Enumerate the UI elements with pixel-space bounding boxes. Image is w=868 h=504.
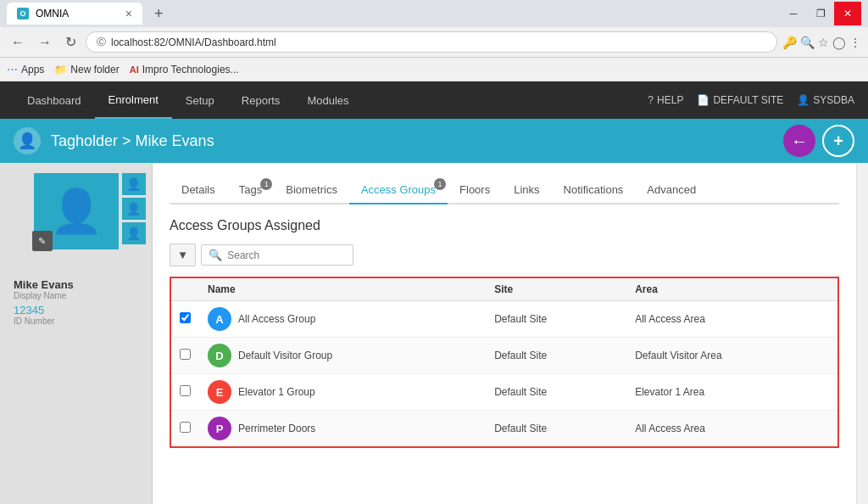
bookmark-impro[interactable]: AI Impro Technologies...: [130, 64, 239, 76]
impro-label: Impro Technologies...: [142, 64, 239, 76]
minimize-btn[interactable]: ─: [780, 2, 807, 25]
tab-advanced[interactable]: Advanced: [635, 176, 708, 203]
nav-reports[interactable]: Reports: [228, 81, 294, 119]
row-name: Default Visitor Group: [238, 350, 332, 361]
col-name: Name: [199, 277, 486, 301]
help-item[interactable]: ? HELP: [648, 94, 683, 106]
nav-dashboard[interactable]: Dashboard: [14, 81, 95, 119]
row-checkbox[interactable]: [180, 349, 191, 360]
col-check: [170, 277, 199, 301]
main-area: 👤 ✎ 👤 👤 👤 Mike Evans Display Name 12345 …: [0, 163, 868, 504]
tab-favicon: O: [17, 8, 29, 20]
reload-btn[interactable]: ↻: [61, 32, 81, 52]
row-checkbox-cell[interactable]: [170, 338, 199, 374]
tab-title: OMNIA: [36, 8, 69, 20]
breadcrumb-child: Mike Evans: [136, 132, 214, 149]
tab-notifications[interactable]: Notifications: [552, 176, 636, 203]
table-row: P Perrimeter Doors Default Site All Acce…: [170, 411, 838, 448]
profile-photo: 👤 ✎ 👤 👤 👤: [34, 173, 119, 249]
photo-thumbs: 👤 👤 👤: [122, 173, 146, 244]
user-breadcrumb: Tagholder > Mike Evans: [51, 132, 214, 150]
row-area: Elevator 1 Area: [626, 374, 838, 411]
tab-floors[interactable]: Floors: [448, 176, 502, 203]
close-btn[interactable]: ✕: [834, 2, 861, 25]
profile-name: Mike Evans: [14, 278, 138, 291]
app-header: Dashboard Enrolment Setup Reports Module…: [0, 81, 868, 119]
row-name-cell: P Perrimeter Doors: [199, 411, 486, 448]
restore-btn[interactable]: ❐: [807, 2, 834, 25]
row-site: Default Site: [486, 301, 626, 338]
help-label: HELP: [657, 94, 683, 106]
profile-info: Mike Evans Display Name 12345 ID Number: [10, 278, 142, 326]
nav-enrolment[interactable]: Enrolment: [95, 81, 172, 119]
address-box[interactable]: Ⓒ localhost:82/OMNIA/Dashboard.html: [86, 31, 777, 53]
new-tab-btn[interactable]: +: [146, 2, 172, 26]
zoom-icon[interactable]: 🔍: [800, 36, 815, 49]
row-checkbox-cell[interactable]: [170, 411, 199, 448]
table-row: E Elevator 1 Group Default Site Elevator…: [170, 374, 838, 411]
search-input-wrap: 🔍: [201, 244, 353, 266]
row-checkbox-cell[interactable]: [170, 374, 199, 411]
search-icon: 🔍: [209, 249, 222, 261]
id-number-label: ID Number: [14, 316, 138, 326]
name-with-avatar: E Elevator 1 Group: [208, 380, 477, 404]
site-item[interactable]: 📄 DEFAULT SITE: [697, 94, 783, 106]
float-buttons: ← +: [783, 125, 854, 157]
account-icon[interactable]: ◯: [832, 36, 846, 49]
address-text: localhost:82/OMNIA/Dashboard.html: [111, 36, 276, 48]
display-name-label: Display Name: [14, 291, 138, 300]
lock-icon: Ⓒ: [97, 36, 106, 48]
add-btn[interactable]: +: [822, 125, 854, 157]
right-scrollbar[interactable]: [856, 163, 868, 504]
user-icon: 👤: [797, 94, 810, 106]
row-checkbox[interactable]: [180, 422, 191, 433]
forward-nav-btn[interactable]: →: [34, 33, 56, 52]
menu-icon[interactable]: ⋮: [849, 36, 861, 49]
address-bar: ← → ↻ Ⓒ localhost:82/OMNIA/Dashboard.htm…: [0, 27, 868, 58]
name-with-avatar: A All Access Group: [208, 307, 477, 331]
browser-tab[interactable]: O OMNIA ×: [7, 3, 142, 25]
table-row: D Default Visitor Group Default Site Def…: [170, 338, 838, 374]
row-checkbox[interactable]: [180, 385, 191, 396]
thumb-1[interactable]: 👤: [122, 173, 146, 195]
filter-btn[interactable]: ▼: [170, 244, 196, 266]
col-area: Area: [626, 277, 838, 301]
row-name: Perrimeter Doors: [238, 423, 315, 434]
row-name-cell: E Elevator 1 Group: [199, 374, 486, 411]
user-item[interactable]: 👤 SYSDBA: [797, 94, 854, 106]
row-checkbox[interactable]: [180, 312, 191, 323]
tab-biometrics[interactable]: Biometrics: [274, 176, 349, 203]
browser-titlebar: O OMNIA × + ─ ❐ ✕: [0, 0, 868, 27]
bookmark-new-folder[interactable]: 📁 New folder: [54, 64, 119, 76]
row-area: All Access Area: [626, 301, 838, 338]
row-name-cell: D Default Visitor Group: [199, 338, 486, 374]
breadcrumb-parent[interactable]: Tagholder: [51, 132, 118, 149]
edit-photo-btn[interactable]: ✎: [32, 231, 53, 251]
thumb-3[interactable]: 👤: [122, 222, 146, 244]
person-icon: 👤: [50, 187, 103, 236]
row-checkbox-cell[interactable]: [170, 301, 199, 338]
row-avatar: D: [208, 344, 231, 367]
row-avatar: P: [208, 417, 231, 440]
name-with-avatar: D Default Visitor Group: [208, 344, 477, 367]
back-nav-btn[interactable]: ←: [7, 33, 29, 52]
search-input[interactable]: [227, 249, 346, 261]
nav-modules[interactable]: Modules: [293, 81, 362, 119]
key-icon[interactable]: 🔑: [782, 36, 797, 49]
back-btn[interactable]: ←: [783, 125, 815, 157]
tabs: Details Tags 1 Biometrics Access Groups …: [170, 176, 839, 204]
tab-details[interactable]: Details: [170, 176, 227, 203]
nav-setup[interactable]: Setup: [172, 81, 228, 119]
tab-access-groups[interactable]: Access Groups 1: [349, 176, 448, 204]
user-label: SYSDBA: [813, 94, 854, 106]
nav-right: ? HELP 📄 DEFAULT SITE 👤 SYSDBA: [648, 94, 854, 106]
star-icon[interactable]: ☆: [818, 36, 829, 49]
bookmark-apps[interactable]: ⋯ Apps: [7, 63, 44, 76]
bookmarks-bar: ⋯ Apps 📁 New folder AI Impro Technologie…: [0, 58, 868, 81]
thumb-2[interactable]: 👤: [122, 198, 146, 220]
tab-links[interactable]: Links: [502, 176, 551, 203]
tab-close-btn[interactable]: ×: [125, 8, 132, 20]
row-site: Default Site: [486, 338, 626, 374]
tab-tags[interactable]: Tags 1: [227, 176, 274, 203]
apps-label: Apps: [21, 64, 44, 76]
